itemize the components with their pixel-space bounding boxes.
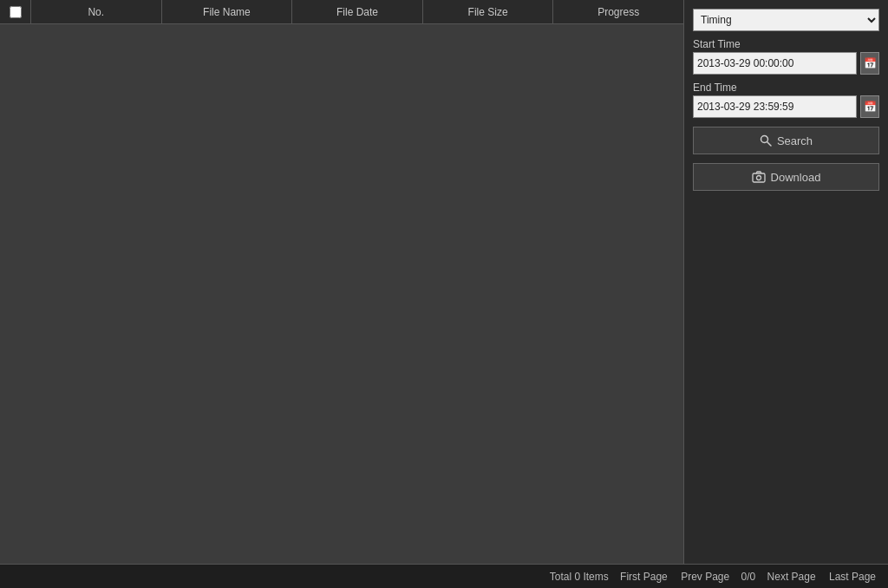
end-time-row: 📅	[693, 95, 879, 118]
search-icon	[760, 134, 772, 147]
camera-icon	[752, 171, 766, 183]
header-checkbox-cell	[0, 0, 31, 23]
first-page-button[interactable]: First Page	[618, 571, 669, 583]
svg-rect-2	[753, 173, 765, 182]
end-time-label: End Time	[693, 82, 879, 94]
prev-page-button[interactable]: Prev Page	[679, 571, 731, 583]
header-file-date: File Date	[292, 0, 423, 23]
download-button-label: Download	[771, 171, 821, 184]
app-container: No. File Name File Date File Size Progre…	[0, 0, 888, 588]
start-time-input[interactable]	[693, 52, 857, 75]
search-button-label: Search	[777, 134, 813, 147]
start-time-section: Start Time 📅	[693, 38, 879, 75]
header-file-size: File Size	[423, 0, 554, 23]
pagination-bar: Total 0 Items First Page Prev Page 0/0 N…	[0, 564, 888, 588]
right-panel: Timing Alarm Manual Start Time 📅 End Tim…	[684, 0, 888, 564]
filter-type-select[interactable]: Timing Alarm Manual	[693, 9, 879, 31]
end-time-calendar-button[interactable]: 📅	[860, 95, 879, 118]
table-area: No. File Name File Date File Size Progre…	[0, 0, 684, 564]
start-time-row: 📅	[693, 52, 879, 75]
table-body	[0, 24, 683, 564]
main-content: No. File Name File Date File Size Progre…	[0, 0, 888, 564]
header-progress: Progress	[553, 0, 683, 23]
start-time-calendar-button[interactable]: 📅	[860, 52, 879, 75]
header-file-name: File Name	[162, 0, 293, 23]
end-time-input[interactable]	[693, 95, 857, 118]
calendar-icon: 📅	[864, 101, 877, 113]
next-page-button[interactable]: Next Page	[766, 571, 818, 583]
last-page-button[interactable]: Last Page	[827, 571, 878, 583]
search-button[interactable]: Search	[693, 127, 879, 154]
download-button[interactable]: Download	[693, 163, 879, 191]
svg-point-3	[756, 176, 761, 180]
filter-type-row: Timing Alarm Manual	[693, 9, 879, 31]
table-header: No. File Name File Date File Size Progre…	[0, 0, 683, 24]
start-time-label: Start Time	[693, 38, 879, 50]
page-info: 0/0	[741, 571, 756, 583]
svg-line-1	[767, 142, 771, 147]
end-time-section: End Time 📅	[693, 82, 879, 118]
total-items: Total 0 Items	[550, 571, 609, 583]
header-no: No.	[31, 0, 162, 23]
select-all-checkbox[interactable]	[10, 6, 22, 18]
calendar-icon: 📅	[864, 57, 877, 69]
